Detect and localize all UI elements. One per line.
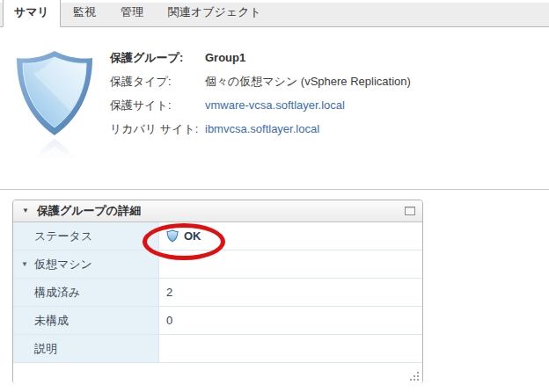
resize-grip-icon[interactable] xyxy=(410,372,420,381)
configured-label: 構成済み xyxy=(13,279,159,306)
expand-triangle-icon[interactable]: ▼ xyxy=(21,261,28,268)
tab-related-objects[interactable]: 関連オブジェクト xyxy=(156,0,274,26)
protected-site-link[interactable]: vmware-vcsa.softlayer.local xyxy=(205,98,345,113)
srm-summary-page: サマリ 監視 管理 関連オブジェクト xyxy=(0,0,549,392)
maximize-icon[interactable] xyxy=(405,207,415,215)
field-protected-site: 保護サイト: vmware-vcsa.softlayer.local xyxy=(110,98,411,113)
recovery-site-link[interactable]: ibmvcsa.softlayer.local xyxy=(205,121,319,137)
description-label: 説明 xyxy=(13,335,159,362)
field-recovery-site: リカバリ サイト: ibmvcsa.softlayer.local xyxy=(110,121,411,137)
panel-footer xyxy=(13,363,422,384)
virtual-machines-section[interactable]: ▼ 仮想マシン xyxy=(13,250,159,278)
collapse-triangle-icon[interactable]: ▼ xyxy=(22,207,29,214)
status-text: OK xyxy=(184,229,201,243)
virtual-machines-value xyxy=(159,250,422,278)
panel-title: 保護グループの詳細 xyxy=(37,203,405,219)
summary-fields: 保護グループ: Group1 保護タイプ: 個々の仮想マシン (vSphere … xyxy=(110,50,411,145)
protection-group-shield-icon xyxy=(14,49,95,163)
row-description: 説明 xyxy=(13,335,422,363)
section-divider xyxy=(0,189,549,190)
field-label: リカバリ サイト: xyxy=(110,121,205,137)
field-label: 保護サイト: xyxy=(110,98,205,113)
tab-manage[interactable]: 管理 xyxy=(108,0,156,26)
virtual-machines-label: 仮想マシン xyxy=(34,257,92,272)
protection-type-value: 個々の仮想マシン (vSphere Replication) xyxy=(205,74,411,90)
description-value xyxy=(159,335,422,362)
tab-bar: サマリ 監視 管理 関連オブジェクト xyxy=(0,3,549,27)
not-configured-label: 未構成 xyxy=(13,307,159,334)
status-ok-shield-icon xyxy=(166,229,179,243)
row-configured: 構成済み 2 xyxy=(13,279,422,307)
row-not-configured: 未構成 0 xyxy=(13,307,422,335)
field-protection-type: 保護タイプ: 個々の仮想マシン (vSphere Replication) xyxy=(110,74,411,90)
tab-summary[interactable]: サマリ xyxy=(3,0,61,27)
panel-header[interactable]: ▼ 保護グループの詳細 xyxy=(13,200,422,222)
field-label: 保護グループ: xyxy=(110,50,205,66)
protection-group-details-panel: ▼ 保護グループの詳細 ステータス OK ▼ xyxy=(12,200,423,384)
status-label: ステータス xyxy=(13,222,159,250)
configured-value: 2 xyxy=(159,279,422,306)
tab-monitor[interactable]: 監視 xyxy=(61,0,108,26)
protection-group-name: Group1 xyxy=(205,50,245,66)
row-status: ステータス OK xyxy=(13,222,422,250)
row-virtual-machines: ▼ 仮想マシン xyxy=(13,250,422,279)
not-configured-value: 0 xyxy=(159,307,422,334)
field-protection-group: 保護グループ: Group1 xyxy=(110,50,411,66)
status-value: OK xyxy=(159,222,422,250)
field-label: 保護タイプ: xyxy=(110,74,205,90)
